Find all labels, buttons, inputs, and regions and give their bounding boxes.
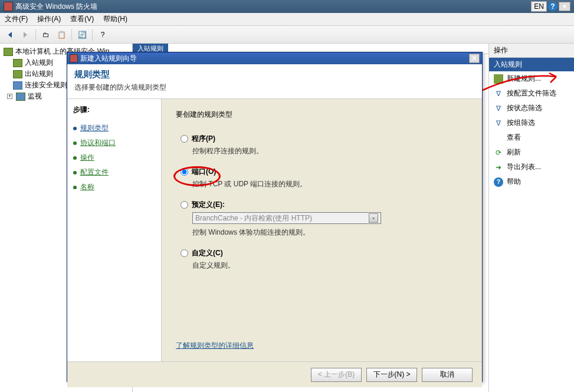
filter-icon: ∇ bbox=[494, 89, 503, 98]
step-rule-type[interactable]: 规则类型 bbox=[73, 121, 155, 136]
action-export[interactable]: ➜ 导出列表... bbox=[489, 160, 574, 174]
nav-back-button[interactable] bbox=[4, 28, 17, 41]
filter-icon: ∇ bbox=[494, 104, 503, 113]
radio-predefined-desc: 控制 Windows 体验功能连接的规则。 bbox=[181, 228, 468, 238]
action-help[interactable]: ? 帮助 bbox=[489, 174, 574, 189]
toolbar-action-2[interactable]: 📋 bbox=[55, 28, 68, 41]
wizard-steps: 步骤: 规则类型 协议和端口 操作 配置文件 名称 bbox=[67, 99, 162, 361]
help-icon: ? bbox=[494, 177, 503, 187]
wizard-footer: < 上一步(B) 下一步(N) > 取消 bbox=[67, 361, 482, 387]
toolbar-separator bbox=[71, 29, 72, 41]
wizard-dialog: 新建入站规则向导 ✕ 规则类型 选择要创建的防火墙规则类型 步骤: 规则类型 协… bbox=[67, 52, 483, 382]
lang-indicator[interactable]: EN bbox=[531, 1, 547, 12]
step-action[interactable]: 操作 bbox=[73, 150, 155, 165]
content-prompt: 要创建的规则类型 bbox=[176, 110, 468, 120]
action-refresh[interactable]: ⟳ 刷新 bbox=[489, 145, 574, 160]
wizard-header: 规则类型 选择要创建的防火墙规则类型 bbox=[67, 64, 482, 99]
actions-header: 操作 bbox=[489, 44, 574, 58]
menu-action[interactable]: 操作(A) bbox=[37, 14, 61, 24]
actions-section: 入站规则 bbox=[489, 58, 574, 71]
filter-icon: ∇ bbox=[494, 118, 503, 128]
firewall-icon bbox=[4, 48, 13, 56]
action-view[interactable]: 查看 bbox=[489, 130, 574, 145]
radio-predefined-label[interactable]: 预定义(E): bbox=[192, 200, 225, 210]
connsec-icon bbox=[13, 81, 22, 90]
action-new-rule[interactable]: 新建规则... bbox=[489, 71, 574, 86]
expand-icon[interactable]: + bbox=[7, 94, 12, 99]
wizard-title: 新建入站规则向导 bbox=[80, 54, 137, 64]
radio-port-label[interactable]: 端口(O) bbox=[192, 167, 216, 177]
radio-custom-label[interactable]: 自定义(C) bbox=[192, 248, 223, 258]
step-protocol[interactable]: 协议和端口 bbox=[73, 136, 155, 150]
radio-program-label[interactable]: 程序(P) bbox=[192, 134, 215, 144]
action-filter-group[interactable]: ∇ 按组筛选 bbox=[489, 116, 574, 130]
menu-view[interactable]: 查看(V) bbox=[70, 14, 94, 24]
outbound-icon bbox=[13, 70, 22, 78]
radio-program-desc: 控制程序连接的规则。 bbox=[181, 146, 468, 156]
menu-file[interactable]: 文件(F) bbox=[5, 14, 28, 24]
next-button[interactable]: 下一步(N) > bbox=[366, 368, 417, 382]
back-button: < 上一步(B) bbox=[311, 368, 362, 382]
radio-port-desc: 控制 TCP 或 UDP 端口连接的规则。 bbox=[181, 179, 468, 189]
cancel-button[interactable]: 取消 bbox=[422, 368, 473, 382]
radio-predefined[interactable] bbox=[181, 201, 188, 209]
radio-custom-desc: 自定义规则。 bbox=[181, 261, 468, 271]
monitor-icon bbox=[16, 93, 25, 101]
radio-custom[interactable] bbox=[181, 249, 188, 257]
app-icon bbox=[4, 2, 13, 11]
step-name[interactable]: 名称 bbox=[73, 180, 155, 195]
window-extra-button[interactable]: ▾ bbox=[559, 2, 570, 11]
menu-help[interactable]: 帮助(H) bbox=[103, 14, 127, 24]
action-filter-state[interactable]: ∇ 按状态筛选 bbox=[489, 101, 574, 116]
step-profile[interactable]: 配置文件 bbox=[73, 165, 155, 180]
actions-pane: 操作 入站规则 新建规则... ∇ 按配置文件筛选 ∇ 按状态筛选 ∇ 按组筛选… bbox=[488, 44, 574, 392]
toolbar-refresh[interactable]: 🔄 bbox=[76, 28, 88, 41]
toolbar-help[interactable]: ? bbox=[96, 28, 109, 41]
close-button[interactable]: ✕ bbox=[469, 54, 480, 63]
blank-icon bbox=[494, 133, 503, 143]
nav-forward-button bbox=[19, 28, 32, 41]
radio-port[interactable] bbox=[181, 168, 188, 176]
wizard-icon bbox=[70, 54, 78, 62]
new-rule-icon bbox=[494, 74, 503, 84]
predefined-combo: BranchCache - 内容检索(使用 HTTP) ▾ bbox=[192, 212, 381, 224]
action-filter-profile[interactable]: ∇ 按配置文件筛选 bbox=[489, 86, 574, 101]
chevron-down-icon: ▾ bbox=[369, 213, 378, 223]
wizard-subheading: 选择要创建的防火墙规则类型 bbox=[74, 83, 475, 93]
window-title: 高级安全 Windows 防火墙 bbox=[15, 2, 97, 12]
toolbar-action-1[interactable]: 🗀 bbox=[40, 28, 53, 41]
window-titlebar: 高级安全 Windows 防火墙 EN ? ▾ bbox=[0, 0, 574, 13]
wizard-heading: 规则类型 bbox=[74, 69, 475, 80]
refresh-icon: ⟳ bbox=[494, 148, 503, 157]
export-icon: ➜ bbox=[494, 163, 503, 172]
toolbar-separator bbox=[35, 29, 36, 41]
help-icon[interactable]: ? bbox=[548, 2, 557, 11]
learn-more-link[interactable]: 了解规则类型的详细信息 bbox=[176, 341, 254, 351]
menu-bar: 文件(F) 操作(A) 查看(V) 帮助(H) bbox=[0, 13, 574, 26]
wizard-content: 要创建的规则类型 程序(P) 控制程序连接的规则。 端口(O) 控制 TCP 或… bbox=[162, 99, 482, 361]
wizard-titlebar[interactable]: 新建入站规则向导 ✕ bbox=[67, 52, 482, 64]
toolbar: 🗀 📋 🔄 ? bbox=[0, 26, 574, 44]
toolbar-separator bbox=[92, 29, 93, 41]
steps-label: 步骤: bbox=[73, 105, 155, 115]
inbound-icon bbox=[13, 59, 22, 67]
radio-program[interactable] bbox=[181, 135, 188, 143]
